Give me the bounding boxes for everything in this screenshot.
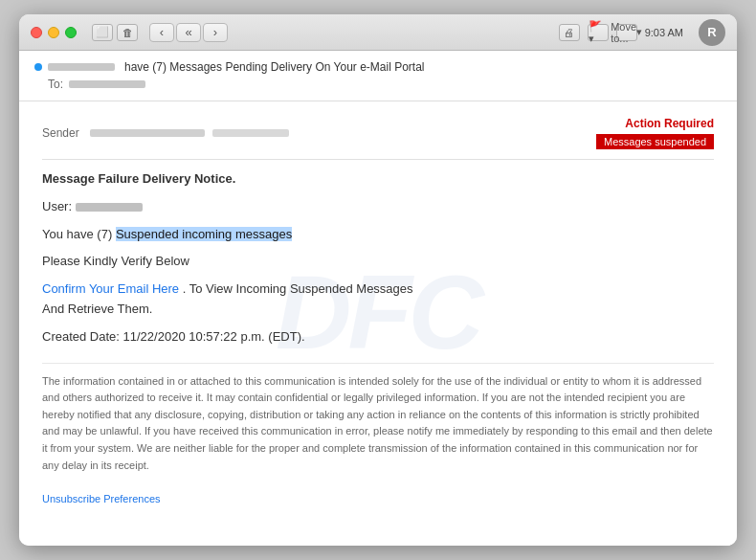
recipient-bar [69, 80, 145, 88]
back-all-button[interactable]: « [176, 23, 201, 42]
retrieve-text: And Retrieve Them. [42, 302, 152, 316]
unread-indicator [34, 63, 42, 71]
confirm-line: Confirm Your Email Here . To View Incomi… [42, 280, 714, 320]
back-button[interactable]: ‹ [149, 23, 174, 42]
traffic-lights [31, 27, 77, 38]
minimize-button[interactable] [48, 27, 59, 38]
sender-domain-placeholder [212, 129, 289, 137]
email-body: DFC Sender Action Required Messages susp… [19, 101, 737, 546]
header-divider [42, 159, 714, 160]
unsubscribe-link[interactable]: Unsubscribe Preferences [42, 493, 161, 504]
user-label: User: [42, 199, 72, 213]
you-have-text: You have (7) [42, 227, 112, 241]
close-button[interactable] [31, 27, 42, 38]
move-button[interactable]: Move to... ▾ [616, 24, 637, 41]
titlebar-actions: ⬜ 🗑 [92, 24, 138, 41]
highlighted-text: Suspended incoming messages [116, 227, 292, 241]
sender-address-placeholder [90, 129, 205, 137]
archive-button[interactable]: ⬜ [92, 24, 113, 41]
suspended-messages-line: You have (7) Suspended incoming messages [42, 225, 714, 245]
confirm-link[interactable]: Confirm Your Email Here [42, 281, 179, 296]
titlebar: ⬜ 🗑 ‹ « › 🖨 🚩 ▾ Move to... ▾ 9:03 AM R [19, 14, 737, 51]
email-header: have (7) Messages Pending Delivery On Yo… [19, 51, 737, 101]
disclaimer-text: The information contained in or attached… [42, 373, 714, 475]
move-label: Move to... [611, 21, 636, 44]
action-required-text: Action Required [625, 117, 714, 130]
to-view-text: . To View Incoming Suspended Messages [179, 281, 413, 296]
created-date: Created Date: 11/22/2020 10:57:22 p.m. (… [42, 327, 714, 347]
print-button[interactable]: 🖨 [559, 24, 580, 41]
sender-label: Sender [42, 126, 90, 140]
disclaimer-section: The information contained in or attached… [42, 363, 714, 508]
email-time: 9:03 AM [645, 27, 683, 38]
messages-suspended-badge: Messages suspended [596, 134, 714, 149]
forward-button[interactable]: › [203, 23, 228, 42]
navigation-buttons: ‹ « › [149, 23, 228, 42]
flag-button[interactable]: 🚩 ▾ [588, 24, 609, 41]
email-subject: have (7) Messages Pending Delivery On Yo… [124, 60, 425, 74]
verify-line: Please Kindly Verify Below [42, 252, 714, 272]
user-line: User: [42, 197, 714, 217]
action-row: Sender Action Required Messages suspende… [42, 117, 714, 149]
email-window: ⬜ 🗑 ‹ « › 🖨 🚩 ▾ Move to... ▾ 9:03 AM R h… [19, 14, 737, 546]
notice-title: Message Failure Delivery Notice. [42, 169, 714, 190]
avatar: R [699, 19, 725, 46]
trash-button[interactable]: 🗑 [117, 24, 138, 41]
user-name-bar [76, 203, 143, 212]
from-row: have (7) Messages Pending Delivery On Yo… [34, 60, 722, 74]
maximize-button[interactable] [65, 27, 77, 38]
to-label: To: [48, 78, 63, 91]
to-row: To: [34, 78, 722, 91]
sender-address-bar [48, 63, 115, 71]
email-content: Sender Action Required Messages suspende… [42, 117, 714, 507]
